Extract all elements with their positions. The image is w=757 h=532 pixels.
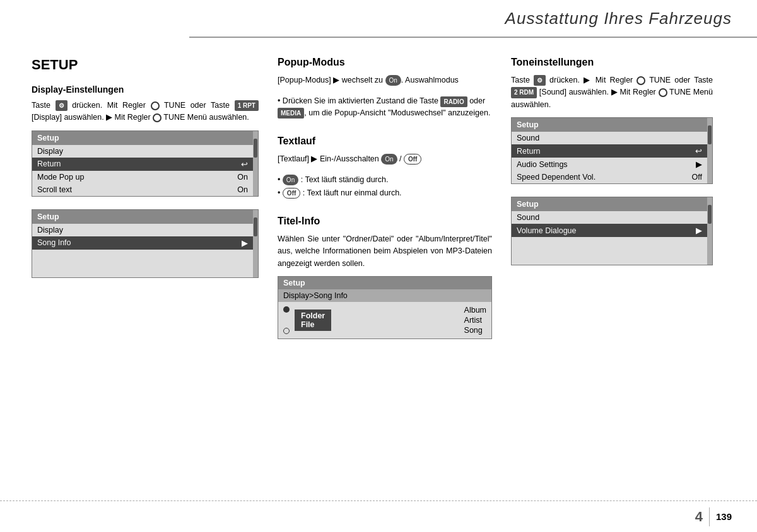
screen-row-mode-popup: Mode Pop up On	[32, 171, 253, 183]
page-number: 4 139	[695, 507, 732, 526]
song-selector-left	[283, 306, 290, 334]
song-screen-sub: Display>Song Info	[278, 289, 491, 302]
tone-row2-volume: Volume Dialogue ▶	[512, 224, 707, 237]
screen-2-inner: Setup Display Song Info ▶	[32, 210, 258, 277]
tone-row-speed: Speed Dependent Vol. Off	[512, 171, 707, 183]
screen-row-scroll-text: Scroll text On	[32, 183, 253, 196]
folder-file-item: FolderFile	[295, 309, 331, 331]
tone-row-audio: Audio Settings ▶	[512, 158, 707, 171]
song-info-screen: Setup Display>Song Info FolderFile Album…	[278, 276, 492, 339]
scrollbar-2	[253, 210, 258, 277]
popup-bullet-1: • Drücken Sie im aktivierten Zustand die…	[278, 95, 492, 119]
tone-screen-1-inner: Setup Sound Return ↩ Audio Settings ▶ Sp…	[512, 118, 712, 183]
scroll-thumb-1	[254, 139, 257, 158]
song-center-items: FolderFile	[295, 309, 331, 331]
screen-2-row-display: Display	[32, 224, 253, 236]
dot-empty-icon	[283, 328, 290, 334]
2rdm-badge: 2 RDM	[511, 87, 537, 98]
scrollbar-tone-2	[707, 197, 712, 265]
column-2: Popup-Modus [Popup-Modus] ▶ wechselt zu …	[278, 57, 492, 494]
toneinstellungen-heading: Toneinstellungen	[511, 57, 713, 68]
tone-row-setup: Setup	[512, 118, 707, 132]
display-einstellungen-heading: Display-Einstellungen	[32, 84, 259, 95]
song-screen-content: FolderFile Album Artist Song	[278, 302, 491, 338]
textlauf-heading: Textlauf	[278, 136, 492, 147]
screen-row-setup: Setup	[32, 131, 253, 145]
1rpt-badge: 1 RPT	[235, 100, 259, 112]
scrollbar-1	[253, 131, 258, 196]
album-item: Album	[464, 306, 486, 315]
screen-1-inner: Setup Display Return ↩ Mode Pop up On Sc…	[32, 131, 258, 196]
tone-row-sound: Sound	[512, 132, 707, 144]
tone-row2-sound: Sound	[512, 211, 707, 224]
radio-badge: RADIO	[440, 96, 467, 107]
screen-2-row-empty2	[32, 263, 253, 277]
titelinfo-body: Wählen Sie unter "Ordner/Datei" oder "Al…	[278, 233, 492, 270]
display-body-text: Taste ⚙ drücken. Mit Regler TUNE oder Ta…	[32, 100, 259, 124]
artist-item: Artist	[464, 316, 482, 325]
off-badge-tl2: Off	[283, 188, 300, 199]
song-screen-header: Setup	[278, 277, 491, 289]
column-1: SETUP Display-Einstellungen Taste ⚙ drüc…	[32, 57, 259, 494]
header-bar: Ausstattung Ihres Fahrzeugs	[189, 0, 757, 38]
dot-filled-icon	[283, 306, 290, 313]
scroll-thumb-2	[254, 217, 257, 236]
screen-2-row-empty1	[32, 250, 253, 263]
song-item: Song	[464, 326, 483, 335]
textlauf-bullet-list: • On : Text läuft ständig durch. • Off :…	[278, 174, 492, 200]
on-badge-tl1: On	[283, 175, 298, 185]
on-badge-textlauf: On	[381, 154, 397, 165]
popup-bullet-list: • Drücken Sie im aktivierten Zustand die…	[278, 95, 492, 120]
tone-row2-empty2	[512, 251, 707, 265]
tone-row2-setup: Setup	[512, 197, 707, 211]
display-screen-1: Setup Display Return ↩ Mode Pop up On Sc…	[32, 130, 259, 197]
settings-badge-3: ⚙	[534, 75, 546, 86]
tone-row2-empty1	[512, 237, 707, 251]
textlauf-intro: [Textlauf] ▶ Ein-/Ausschalten On / Off	[278, 153, 492, 165]
screen-row-display: Display	[32, 145, 253, 158]
tone-screen-1: Setup Sound Return ↩ Audio Settings ▶ Sp…	[511, 117, 713, 184]
tone-screen-2-inner: Setup Sound Volume Dialogue ▶	[512, 197, 712, 265]
setup-heading: SETUP	[32, 57, 259, 73]
tone-row-return: Return ↩	[512, 144, 707, 158]
popup-intro: [Popup-Modus] ▶ wechselt zu On. Auswahlm…	[278, 74, 492, 86]
textlauf-bullet-on: • On : Text läuft ständig durch.	[278, 174, 492, 186]
page-title: Ausstattung Ihres Fahrzeugs	[505, 9, 732, 28]
titelinfo-heading: Titel-Info	[278, 216, 492, 227]
page-number-text: 139	[716, 511, 732, 522]
off-badge-textlauf: Off	[404, 154, 421, 165]
main-content: SETUP Display-Einstellungen Taste ⚙ drüc…	[0, 38, 757, 500]
chapter-number: 4	[695, 509, 703, 525]
tone-screen-2-main: Setup Sound Volume Dialogue ▶	[512, 197, 707, 265]
screen-2-row-songinfo: Song Info ▶	[32, 236, 253, 250]
media-badge: MEDIA	[278, 108, 304, 119]
settings-badge: ⚙	[56, 100, 67, 112]
display-screen-2: Setup Display Song Info ▶	[32, 209, 259, 278]
column-3: Toneinstellungen Taste ⚙ drücken. ▶ Mit …	[511, 57, 713, 494]
textlauf-bullet-off: • Off : Text läuft nur einmal durch.	[278, 187, 492, 199]
page-divider	[709, 507, 710, 526]
screen-2-row-setup: Setup	[32, 210, 253, 224]
song-right-items: Album Artist Song	[464, 306, 486, 335]
tonein-body: Taste ⚙ drücken. ▶ Mit Regler TUNE oder …	[511, 74, 713, 111]
scroll-thumb-tone-1	[708, 125, 712, 144]
tone-screen-2: Setup Sound Volume Dialogue ▶	[511, 197, 713, 265]
screen-row-return: Return ↩	[32, 158, 253, 171]
scrollbar-tone-1	[707, 118, 712, 183]
popup-modus-heading: Popup-Modus	[278, 57, 492, 68]
tone-screen-1-main: Setup Sound Return ↩ Audio Settings ▶ Sp…	[512, 118, 707, 183]
on-badge-popup: On	[385, 75, 401, 86]
scroll-thumb-tone-2	[708, 205, 712, 224]
screen-1-main: Setup Display Return ↩ Mode Pop up On Sc…	[32, 131, 253, 196]
screen-2-main: Setup Display Song Info ▶	[32, 210, 253, 277]
footer: 4 139	[0, 500, 757, 532]
